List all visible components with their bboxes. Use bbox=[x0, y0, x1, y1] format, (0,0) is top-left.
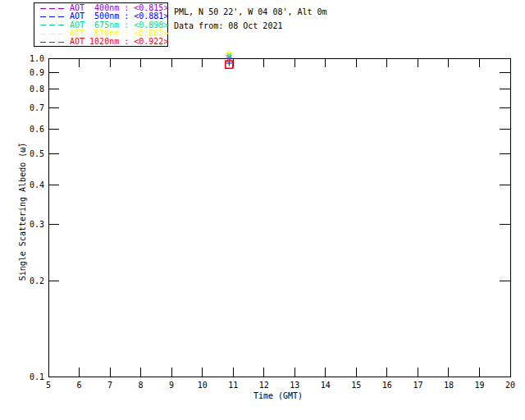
x-tick-label: 9 bbox=[169, 381, 174, 390]
x-tick-label: 13 bbox=[290, 381, 299, 390]
legend-dash-icon bbox=[39, 13, 66, 21]
axes bbox=[48, 58, 510, 377]
y-tick-label: 0.3 bbox=[30, 220, 44, 229]
station-info: PML, N 50 22', W 04 08', Alt 0m bbox=[174, 7, 327, 16]
legend: AOT 400nm : <0.815>AOT 500nm : <0.881>AO… bbox=[34, 2, 168, 47]
x-tick-label: 12 bbox=[259, 381, 269, 390]
x-tick-label: 10 bbox=[198, 381, 208, 390]
data-point-870nm bbox=[226, 49, 232, 56]
x-tick-label: 5 bbox=[46, 381, 51, 390]
legend-dash-icon bbox=[39, 39, 66, 46]
y-tick-label: 0.9 bbox=[30, 68, 44, 77]
x-tick-label: 7 bbox=[107, 381, 112, 390]
x-tick-label: 17 bbox=[413, 381, 422, 390]
x-tick-label: 11 bbox=[228, 381, 238, 390]
x-axis-title: Time (GMT) bbox=[253, 391, 303, 400]
data-points bbox=[226, 49, 233, 68]
legend-entry-label: AOT 1020nm : <0.922> bbox=[70, 38, 168, 46]
legend-entry-label: AOT 500nm : <0.881> bbox=[70, 12, 168, 21]
x-tick-label: 15 bbox=[351, 381, 361, 390]
app-window: 5678910111213141516171819201.00.90.80.70… bbox=[0, 0, 525, 420]
legend-dash-icon bbox=[39, 30, 66, 38]
x-tick-label: 14 bbox=[321, 381, 331, 390]
plot-frame bbox=[48, 58, 510, 377]
data-date: Data from: 08 Oct 2021 bbox=[174, 21, 282, 30]
y-tick-label: 0.1 bbox=[30, 372, 44, 381]
y-tick-label: 0.6 bbox=[30, 125, 44, 134]
plot-area: 5678910111213141516171819201.00.90.80.70… bbox=[0, 0, 525, 420]
y-tick-label: 0.2 bbox=[30, 276, 44, 285]
chart-canvas: 5678910111213141516171819201.00.90.80.70… bbox=[0, 0, 525, 420]
x-tick-label: 6 bbox=[77, 381, 82, 390]
x-tick-label: 19 bbox=[474, 381, 484, 390]
y-tick-label: 0.8 bbox=[30, 84, 44, 94]
x-tick-label: 16 bbox=[382, 381, 392, 390]
y-tick-label: 0.5 bbox=[30, 149, 44, 158]
x-tick-label: 20 bbox=[505, 381, 515, 390]
y-axis-title: Single Scattering Albedo (ω̃) bbox=[18, 143, 27, 281]
x-tick-label: 8 bbox=[139, 381, 144, 390]
legend-dash-icon bbox=[39, 21, 66, 29]
legend-entry: AOT 1020nm : <0.922> bbox=[34, 38, 167, 46]
y-tick-label: 1.0 bbox=[30, 54, 44, 63]
x-tick-label: 18 bbox=[444, 381, 454, 390]
y-tick-label: 0.4 bbox=[30, 180, 44, 189]
legend-dash-icon bbox=[39, 5, 66, 12]
y-tick-label: 0.7 bbox=[30, 103, 44, 112]
